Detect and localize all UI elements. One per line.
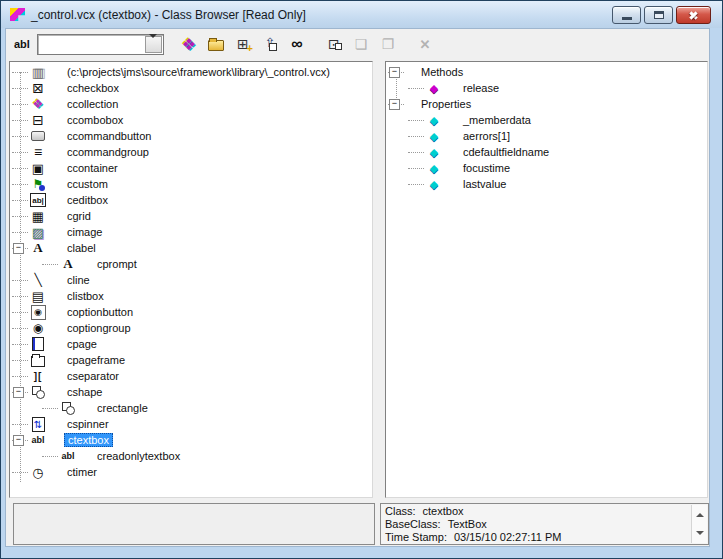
expand-toggle[interactable] bbox=[42, 256, 59, 272]
expand-toggle[interactable] bbox=[42, 448, 59, 464]
find-button[interactable] bbox=[285, 33, 309, 55]
optiongroup-icon bbox=[29, 320, 47, 336]
expand-toggle[interactable] bbox=[42, 400, 59, 416]
tree-item[interactable]: creadonlytextbox bbox=[10, 448, 372, 464]
expand-toggle[interactable] bbox=[408, 128, 425, 144]
titlebar[interactable]: _control.vcx (ctextbox) - Class Browser … bbox=[1, 1, 722, 28]
tree-item[interactable]: ccombobox bbox=[10, 112, 372, 128]
expand-toggle[interactable] bbox=[408, 80, 425, 96]
new-class-icon bbox=[352, 36, 370, 52]
tree-item[interactable]: cline bbox=[10, 272, 372, 288]
member-item[interactable]: cdefaultfieldname bbox=[386, 144, 707, 160]
component-gallery-button[interactable] bbox=[177, 33, 201, 55]
expand-toggle[interactable] bbox=[408, 160, 425, 176]
class-info-box: Class: ctextbox BaseClass: TextBox Time … bbox=[380, 503, 709, 545]
tree-item[interactable]: coptionbutton bbox=[10, 304, 372, 320]
member-item[interactable]: Properties bbox=[386, 96, 707, 112]
expand-toggle[interactable] bbox=[12, 80, 29, 96]
tree-item[interactable]: ccontainer bbox=[10, 160, 372, 176]
member-item[interactable]: release bbox=[386, 80, 707, 96]
member-item[interactable]: focustime bbox=[386, 160, 707, 176]
expand-toggle[interactable] bbox=[12, 176, 29, 192]
tree-item[interactable]: cseparator bbox=[10, 368, 372, 384]
minimize-button[interactable] bbox=[612, 6, 641, 24]
tree-item[interactable]: cimage bbox=[10, 224, 372, 240]
expand-toggle[interactable] bbox=[12, 464, 29, 480]
member-item[interactable]: _memberdata bbox=[386, 112, 707, 128]
description-box bbox=[13, 503, 375, 545]
expand-toggle[interactable] bbox=[12, 128, 29, 144]
combobox-dropdown-button[interactable] bbox=[145, 36, 162, 53]
tree-item[interactable]: ctimer bbox=[10, 464, 372, 480]
scroll-up-icon[interactable] bbox=[696, 505, 704, 517]
tree-item[interactable]: cspinner bbox=[10, 416, 372, 432]
new-class-button[interactable] bbox=[349, 33, 373, 55]
tree-item[interactable]: cgrid bbox=[10, 208, 372, 224]
expand-toggle[interactable] bbox=[408, 144, 425, 160]
tree-item[interactable]: clabel bbox=[10, 240, 372, 256]
tree-item[interactable]: coptiongroup bbox=[10, 320, 372, 336]
info-label: Time Stamp: bbox=[385, 531, 447, 544]
expand-toggle[interactable] bbox=[12, 64, 29, 80]
tree-item[interactable]: (c:\projects\jms\source\framework\librar… bbox=[10, 64, 372, 80]
member-item[interactable]: lastvalue bbox=[386, 176, 707, 192]
expand-toggle[interactable] bbox=[12, 144, 29, 160]
tree-item-label: ctextbox bbox=[64, 433, 113, 447]
maximize-icon bbox=[654, 11, 664, 19]
tree-item[interactable]: crectangle bbox=[10, 400, 372, 416]
expand-toggle[interactable] bbox=[12, 192, 29, 208]
members-tree-panel: Methods release Properties _m bbox=[385, 61, 708, 498]
tree-item-label: ccollection bbox=[67, 98, 118, 110]
image-icon bbox=[29, 224, 47, 240]
expand-toggle[interactable] bbox=[12, 320, 29, 336]
tree-item[interactable]: cpageframe bbox=[10, 352, 372, 368]
expand-toggle[interactable] bbox=[12, 352, 29, 368]
class-filter-combobox[interactable] bbox=[37, 34, 164, 55]
expand-toggle[interactable] bbox=[12, 112, 29, 128]
tree-item[interactable]: ccommandbutton bbox=[10, 128, 372, 144]
expand-toggle[interactable] bbox=[388, 96, 405, 112]
rename-class-button[interactable] bbox=[376, 33, 400, 55]
info-scrollbar[interactable] bbox=[691, 505, 707, 543]
tree-item[interactable]: clistbox bbox=[10, 288, 372, 304]
close-button[interactable] bbox=[676, 6, 711, 24]
add-file-button[interactable] bbox=[231, 33, 255, 55]
view-class-code-button[interactable] bbox=[322, 33, 346, 55]
panel-splitter[interactable] bbox=[373, 61, 385, 498]
expand-toggle[interactable] bbox=[12, 208, 29, 224]
expand-toggle[interactable] bbox=[12, 288, 29, 304]
expand-toggle[interactable] bbox=[408, 176, 425, 192]
tree-item-label: cpage bbox=[67, 338, 97, 350]
tree-item[interactable]: ccheckbox bbox=[10, 80, 372, 96]
tree-item[interactable]: ctextbox bbox=[10, 432, 372, 448]
tree-item[interactable]: cpage bbox=[10, 336, 372, 352]
scroll-down-icon[interactable] bbox=[696, 531, 704, 543]
maximize-button[interactable] bbox=[644, 6, 673, 24]
class-library-icon bbox=[29, 64, 47, 80]
tree-item[interactable]: ccustom bbox=[10, 176, 372, 192]
remove-class-button[interactable] bbox=[413, 33, 437, 55]
expand-toggle[interactable] bbox=[12, 304, 29, 320]
tree-item[interactable]: ccommandgroup bbox=[10, 144, 372, 160]
expand-toggle[interactable] bbox=[12, 336, 29, 352]
tree-item[interactable]: ceditbox bbox=[10, 192, 372, 208]
expand-toggle[interactable] bbox=[12, 416, 29, 432]
expand-toggle[interactable] bbox=[388, 64, 405, 80]
expand-toggle[interactable] bbox=[12, 240, 29, 256]
expand-toggle[interactable] bbox=[12, 160, 29, 176]
expand-toggle[interactable] bbox=[12, 368, 29, 384]
expand-toggle[interactable] bbox=[12, 272, 29, 288]
tree-item[interactable]: cprompt bbox=[10, 256, 372, 272]
tree-item[interactable]: cshape bbox=[10, 384, 372, 400]
export-class-button[interactable] bbox=[258, 33, 282, 55]
expand-toggle[interactable] bbox=[12, 224, 29, 240]
expand-toggle[interactable] bbox=[12, 432, 29, 448]
expand-toggle[interactable] bbox=[12, 384, 29, 400]
tree-item[interactable]: ccollection bbox=[10, 96, 372, 112]
expand-toggle[interactable] bbox=[408, 112, 425, 128]
open-button[interactable] bbox=[204, 33, 228, 55]
member-item[interactable]: aerrors[1] bbox=[386, 128, 707, 144]
expand-toggle[interactable] bbox=[12, 96, 29, 112]
info-line: Time Stamp: 03/15/10 02:27:11 PM bbox=[385, 531, 704, 544]
member-item[interactable]: Methods bbox=[386, 64, 707, 80]
